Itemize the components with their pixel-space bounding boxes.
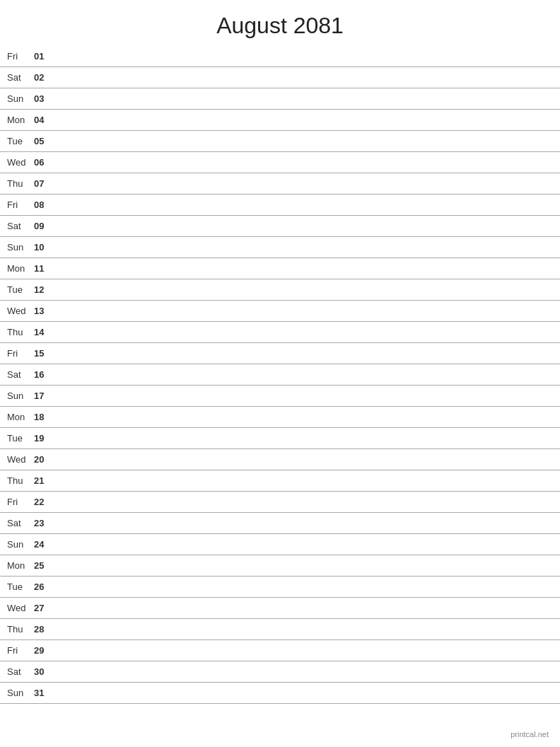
- day-line: [54, 226, 553, 226]
- calendar-row: Wed13: [0, 301, 560, 322]
- day-name: Tue: [7, 433, 34, 444]
- day-line: [54, 289, 553, 290]
- day-line: [54, 120, 553, 120]
- day-name: Thu: [7, 624, 34, 635]
- day-number: 21: [34, 475, 54, 486]
- calendar-row: Tue26: [0, 577, 560, 598]
- day-name: Sat: [7, 666, 34, 677]
- day-number: 22: [34, 497, 54, 507]
- calendar-row: Thu14: [0, 322, 560, 343]
- day-number: 27: [34, 603, 54, 613]
- day-number: 26: [34, 581, 54, 592]
- day-number: 04: [34, 115, 54, 125]
- calendar-container: Fri01Sat02Sun03Mon04Tue05Wed06Thu07Fri08…: [0, 46, 560, 704]
- day-number: 20: [34, 454, 54, 465]
- day-number: 03: [34, 93, 54, 104]
- day-name: Tue: [7, 581, 34, 592]
- day-number: 15: [34, 348, 54, 359]
- day-name: Fri: [7, 348, 34, 359]
- day-line: [54, 586, 553, 587]
- day-name: Mon: [7, 115, 34, 125]
- calendar-row: Sat23: [0, 513, 560, 534]
- watermark: printcal.net: [511, 730, 549, 739]
- calendar-row: Fri29: [0, 640, 560, 661]
- day-line: [54, 502, 553, 502]
- day-number: 18: [34, 412, 54, 422]
- day-number: 12: [34, 284, 54, 295]
- day-number: 17: [34, 390, 54, 401]
- calendar-row: Wed20: [0, 449, 560, 470]
- calendar-row: Sat16: [0, 364, 560, 386]
- day-line: [54, 141, 553, 141]
- day-line: [54, 77, 553, 78]
- day-name: Wed: [7, 454, 34, 465]
- day-number: 11: [34, 263, 54, 274]
- day-name: Sat: [7, 369, 34, 380]
- calendar-row: Sun31: [0, 683, 560, 704]
- calendar-row: Sun10: [0, 237, 560, 258]
- day-name: Wed: [7, 157, 34, 168]
- day-name: Wed: [7, 603, 34, 613]
- calendar-row: Sun17: [0, 386, 560, 407]
- day-number: 14: [34, 327, 54, 337]
- day-name: Fri: [7, 199, 34, 210]
- day-line: [54, 438, 553, 439]
- day-name: Mon: [7, 560, 34, 571]
- day-line: [54, 459, 553, 460]
- day-name: Thu: [7, 178, 34, 189]
- day-name: Tue: [7, 136, 34, 146]
- day-name: Sun: [7, 539, 34, 550]
- day-name: Sat: [7, 72, 34, 83]
- calendar-row: Tue12: [0, 279, 560, 301]
- day-line: [54, 650, 553, 651]
- day-number: 31: [34, 688, 54, 698]
- day-number: 23: [34, 518, 54, 528]
- calendar-row: Fri08: [0, 195, 560, 216]
- day-name: Wed: [7, 306, 34, 316]
- day-number: 10: [34, 242, 54, 253]
- calendar-row: Fri01: [0, 46, 560, 67]
- day-number: 16: [34, 369, 54, 380]
- day-name: Sat: [7, 518, 34, 528]
- day-name: Fri: [7, 51, 34, 62]
- calendar-row: Sat02: [0, 67, 560, 88]
- calendar-row: Mon11: [0, 258, 560, 279]
- calendar-row: Wed06: [0, 152, 560, 173]
- day-number: 01: [34, 51, 54, 62]
- day-line: [54, 480, 553, 481]
- day-name: Mon: [7, 263, 34, 274]
- calendar-row: Thu07: [0, 173, 560, 195]
- day-number: 30: [34, 666, 54, 677]
- day-name: Sun: [7, 390, 34, 401]
- day-name: Thu: [7, 327, 34, 337]
- day-line: [54, 565, 553, 566]
- day-number: 05: [34, 136, 54, 146]
- day-line: [54, 247, 553, 248]
- day-line: [54, 268, 553, 269]
- day-number: 29: [34, 645, 54, 656]
- day-line: [54, 629, 553, 630]
- calendar-row: Tue19: [0, 428, 560, 449]
- calendar-row: Mon18: [0, 407, 560, 428]
- day-line: [54, 204, 553, 205]
- calendar-row: Thu28: [0, 619, 560, 640]
- day-name: Sun: [7, 93, 34, 104]
- calendar-row: Sun03: [0, 88, 560, 110]
- day-number: 13: [34, 306, 54, 316]
- calendar-row: Fri22: [0, 492, 560, 513]
- day-line: [54, 693, 553, 693]
- day-number: 07: [34, 178, 54, 189]
- day-number: 06: [34, 157, 54, 168]
- calendar-row: Mon25: [0, 555, 560, 577]
- day-number: 09: [34, 221, 54, 231]
- day-number: 08: [34, 199, 54, 210]
- day-line: [54, 395, 553, 396]
- day-number: 28: [34, 624, 54, 635]
- day-line: [54, 311, 553, 311]
- day-name: Mon: [7, 412, 34, 422]
- day-line: [54, 671, 553, 672]
- page-title: August 2081: [0, 0, 560, 46]
- day-line: [54, 523, 553, 523]
- calendar-row: Wed27: [0, 598, 560, 619]
- day-name: Fri: [7, 497, 34, 507]
